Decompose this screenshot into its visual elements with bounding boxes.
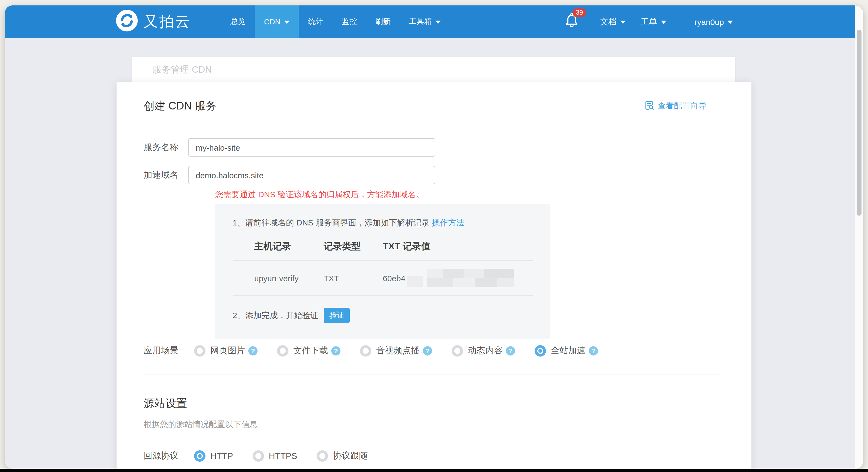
nav-refresh[interactable]: 刷新	[366, 5, 400, 38]
dns-verify-box: 1、请前往域名的 DNS 服务商界面，添加如下解析记录 操作方法 主机记录 记录…	[215, 204, 550, 339]
service-name-input[interactable]	[188, 138, 435, 157]
section-divider	[144, 374, 722, 374]
radio-icon[interactable]	[253, 450, 264, 462]
origin-section-title: 源站设置	[144, 396, 751, 411]
dns-table-header: 主机记录 记录类型 TXT 记录值	[232, 240, 533, 253]
help-icon[interactable]	[589, 346, 598, 355]
dns-record-row: upyun-verify TXT 60eb4	[232, 261, 533, 295]
scenario-option-webimage[interactable]: 网页图片	[194, 345, 257, 356]
browser-window: 又拍云 总览 CDN 统计 监控 刷新	[5, 5, 863, 469]
nav-toolbox[interactable]: 工具箱	[400, 5, 450, 38]
chevron-down-icon	[284, 21, 290, 24]
main-nav: 总览 CDN 统计 监控 刷新 工具箱	[221, 5, 450, 38]
chevron-down-icon	[727, 21, 733, 24]
col-value: TXT 记录值	[383, 240, 533, 253]
protocol-option-http[interactable]: HTTP	[194, 450, 233, 462]
scenario-options: 网页图片 文件下载 音视频点播	[188, 345, 598, 356]
scenario-option-video[interactable]: 音视频点播	[360, 345, 432, 356]
scenario-option-dynamic[interactable]: 动态内容	[452, 345, 515, 356]
scenario-option-download[interactable]: 文件下载	[277, 345, 340, 356]
brand-logo[interactable]: 又拍云	[116, 5, 191, 38]
domain-label: 加速域名	[144, 169, 188, 181]
redacted-block	[406, 276, 423, 287]
domain-input[interactable]	[188, 166, 435, 184]
radio-icon[interactable]	[317, 450, 328, 462]
nav-statistics[interactable]: 统计	[299, 5, 333, 38]
dns-step1: 1、请前往域名的 DNS 服务商界面，添加如下解析记录 操作方法	[232, 218, 533, 228]
dns-step2: 2、添加完成，开始验证 验证	[232, 308, 533, 323]
domain-row: 加速域名	[144, 166, 751, 184]
nav-monitor[interactable]: 监控	[333, 5, 366, 38]
scenario-option-wholesite[interactable]: 全站加速	[534, 345, 598, 356]
chevron-down-icon	[661, 21, 666, 24]
scrollbar-thumb[interactable]	[857, 30, 862, 216]
page-content: 服务管理 CDN 创建 CDN 服务	[5, 38, 855, 469]
radio-icon[interactable]	[277, 345, 288, 356]
notification-badge: 39	[572, 8, 586, 17]
help-icon[interactable]	[506, 346, 515, 355]
chevron-down-icon	[436, 21, 441, 24]
service-name-row: 服务名称	[144, 138, 751, 157]
how-to-link[interactable]: 操作方法	[432, 218, 464, 227]
top-navbar: 又拍云 总览 CDN 统计 监控 刷新	[5, 5, 863, 38]
config-wizard-link[interactable]: 查看配置向导	[645, 100, 707, 112]
origin-section-desc: 根据您的源站情况配置以下信息	[144, 419, 751, 430]
radio-icon[interactable]	[452, 345, 463, 356]
desktop-background: 又拍云 总览 CDN 统计 监控 刷新	[0, 0, 868, 472]
help-icon[interactable]	[248, 346, 257, 355]
upyun-logo-icon	[116, 9, 138, 34]
help-icon[interactable]	[423, 346, 432, 355]
protocol-row: 回源协议 HTTP HTTPS 协议跟随	[144, 450, 751, 462]
nav-overview[interactable]: 总览	[221, 5, 255, 38]
scenario-row: 应用场景 网页图片 文件下载	[144, 345, 751, 356]
protocol-option-follow[interactable]: 协议跟随	[317, 450, 368, 462]
col-type: 记录类型	[324, 240, 383, 253]
scenario-label: 应用场景	[144, 345, 188, 356]
radio-icon[interactable]	[194, 450, 206, 462]
bottom-edge	[0, 469, 868, 472]
radio-icon[interactable]	[534, 345, 546, 356]
card-header: 创建 CDN 服务 查看配置向导	[117, 82, 751, 113]
page-title: 创建 CDN 服务	[144, 99, 217, 113]
user-menu[interactable]: ryan0up	[694, 17, 733, 26]
dns-warning-text: 您需要通过 DNS 验证该域名的归属权后，方能添加域名。	[215, 190, 751, 200]
radio-icon[interactable]	[194, 345, 206, 356]
col-host: 主机记录	[254, 240, 324, 253]
nav-cdn[interactable]: CDN	[255, 5, 299, 38]
bell-icon	[564, 21, 579, 30]
docs-menu[interactable]: 文档	[600, 17, 626, 27]
notifications-button[interactable]: 39	[564, 12, 581, 31]
record-type: TXT	[324, 273, 383, 283]
protocol-label: 回源协议	[144, 450, 188, 462]
tickets-menu[interactable]: 工单	[641, 17, 666, 27]
help-icon[interactable]	[331, 346, 340, 355]
breadcrumb: 服务管理 CDN	[132, 57, 735, 85]
protocol-option-https[interactable]: HTTPS	[253, 450, 298, 462]
wizard-doc-search-icon	[645, 100, 654, 112]
create-cdn-card: 创建 CDN 服务 查看配置向导	[117, 82, 751, 469]
verify-button[interactable]: 验证	[324, 308, 350, 323]
radio-icon[interactable]	[360, 345, 371, 356]
brand-name: 又拍云	[144, 12, 191, 31]
record-host: upyun-verify	[254, 273, 324, 283]
scrollbar-track[interactable]	[855, 5, 863, 469]
service-name-label: 服务名称	[144, 142, 188, 153]
header-right-group: 39 文档 工单 ryan0up	[564, 5, 733, 38]
protocol-options: HTTP HTTPS 协议跟随	[188, 450, 368, 462]
chevron-down-icon	[620, 21, 626, 24]
redacted-block	[427, 269, 514, 287]
table-divider	[232, 295, 533, 296]
record-value: 60eb4	[383, 269, 533, 287]
username: ryan0up	[694, 17, 724, 26]
